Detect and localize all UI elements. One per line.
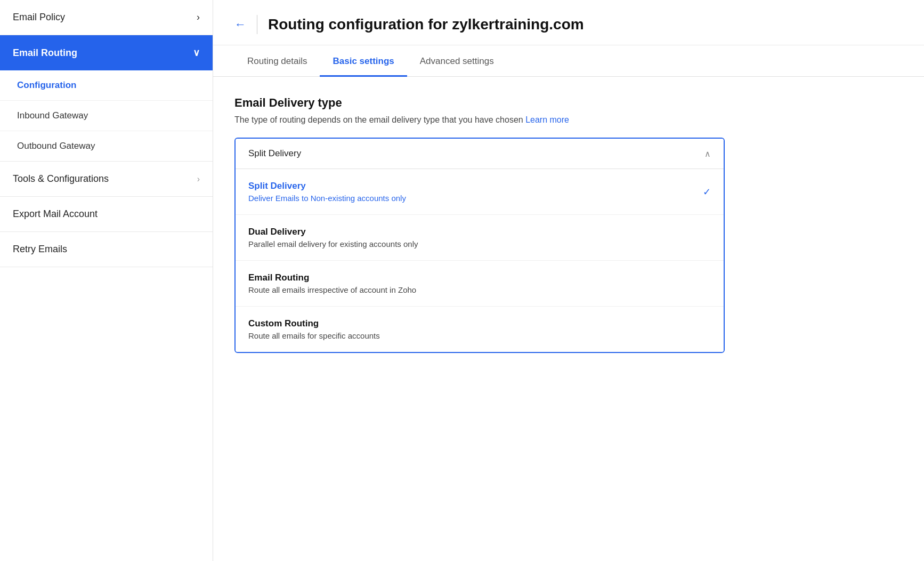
chevron-right-icon: › [197, 12, 200, 23]
sidebar-sub-items: Configuration Inbound Gateway Outbound G… [0, 70, 213, 162]
retry-label: Retry Emails [13, 244, 67, 255]
main-header: ← Routing configuration for zylkertraini… [213, 0, 924, 45]
sidebar-item-configuration[interactable]: Configuration [0, 70, 213, 101]
header-divider [257, 15, 257, 34]
option-email-routing[interactable]: Email Routing Route all emails irrespect… [236, 261, 724, 307]
tab-basic-settings[interactable]: Basic settings [320, 45, 407, 77]
tools-label: Tools & Configurations [13, 173, 109, 185]
sidebar-item-retry-emails[interactable]: Retry Emails [0, 232, 213, 267]
page-title: Routing configuration for zylkertraining… [268, 16, 584, 33]
option-desc-custom: Route all emails for specific accounts [248, 331, 711, 340]
delivery-type-dropdown[interactable]: Split Delivery ∧ Split Delivery Deliver … [234, 138, 725, 353]
tab-advanced-settings[interactable]: Advanced settings [407, 45, 507, 77]
chevron-up-icon: ∧ [704, 149, 711, 159]
option-title-routing: Email Routing [248, 273, 711, 283]
dropdown-header[interactable]: Split Delivery ∧ [236, 139, 724, 169]
option-split-delivery[interactable]: Split Delivery Deliver Emails to Non-exi… [236, 169, 724, 215]
sidebar-item-export-mail-account[interactable]: Export Mail Account [0, 197, 213, 232]
section-title: Email Delivery type [234, 96, 903, 110]
dropdown-options: Split Delivery Deliver Emails to Non-exi… [236, 169, 724, 352]
sidebar-item-outbound-gateway[interactable]: Outbound Gateway [0, 131, 213, 161]
export-label: Export Mail Account [13, 209, 98, 220]
tab-routing-details[interactable]: Routing details [234, 45, 320, 77]
checkmark-icon: ✓ [703, 186, 711, 198]
option-custom-routing[interactable]: Custom Routing Route all emails for spec… [236, 307, 724, 352]
option-title-split: Split Delivery [248, 181, 711, 191]
option-desc-routing: Route all emails irrespective of account… [248, 285, 711, 294]
sidebar-item-tools-configurations[interactable]: Tools & Configurations › [0, 162, 213, 197]
option-desc-dual: Parallel email delivery for existing acc… [248, 239, 711, 249]
email-policy-label: Email Policy [13, 12, 65, 23]
option-dual-delivery[interactable]: Dual Delivery Parallel email delivery fo… [236, 215, 724, 261]
chevron-down-icon: ∨ [193, 47, 200, 59]
content-area: Email Delivery type The type of routing … [213, 77, 924, 372]
tabs-bar: Routing details Basic settings Advanced … [213, 45, 924, 77]
option-title-custom: Custom Routing [248, 318, 711, 329]
email-routing-label: Email Routing [13, 47, 77, 59]
option-title-dual: Dual Delivery [248, 227, 711, 237]
sidebar-item-email-routing[interactable]: Email Routing ∨ [0, 35, 213, 70]
section-description: The type of routing depends on the email… [234, 115, 903, 125]
sidebar-item-inbound-gateway[interactable]: Inbound Gateway [0, 101, 213, 131]
option-desc-split: Deliver Emails to Non-existing accounts … [248, 194, 711, 203]
main-content: ← Routing configuration for zylkertraini… [213, 0, 924, 561]
back-button[interactable]: ← [234, 18, 246, 31]
sidebar: Email Policy › Email Routing ∨ Configura… [0, 0, 213, 561]
sidebar-item-email-policy[interactable]: Email Policy › [0, 0, 213, 35]
chevron-right-tools-icon: › [197, 174, 200, 184]
dropdown-selected-value: Split Delivery [248, 148, 301, 159]
sidebar-email-routing-group: Email Routing ∨ [0, 35, 213, 70]
learn-more-link[interactable]: Learn more [525, 115, 569, 124]
